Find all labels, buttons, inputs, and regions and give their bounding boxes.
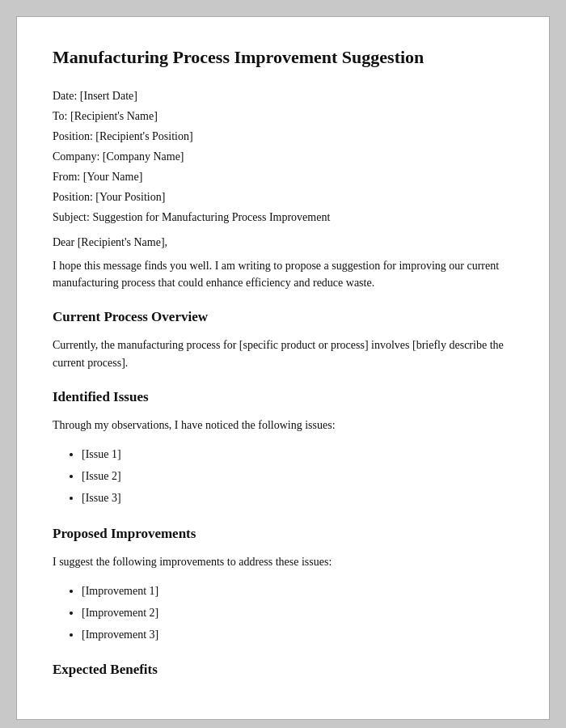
section-body-current-process: Currently, the manufacturing process for… [53,336,513,371]
identified-issues-list: [Issue 1] [Issue 2] [Issue 3] [82,444,513,509]
meta-from: From: [Your Name] [53,168,513,185]
section-heading-current-process: Current Process Overview [53,307,513,328]
section-heading-proposed-improvements: Proposed Improvements [53,523,513,544]
meta-to: To: [Recipient's Name] [53,108,513,125]
intro-paragraph: I hope this message finds you well. I am… [53,257,513,292]
meta-date: Date: [Insert Date] [53,87,513,104]
list-item: [Improvement 2] [82,603,513,623]
document-title: Manufacturing Process Improvement Sugges… [53,46,513,70]
salutation: Dear [Recipient's Name], [53,234,513,251]
meta-position-recipient: Position: [Recipient's Position] [53,128,513,145]
meta-position-your: Position: [Your Position] [53,188,513,205]
meta-company: Company: [Company Name] [53,148,513,165]
list-item: [Issue 3] [82,488,513,508]
meta-subject: Subject: Suggestion for Manufacturing Pr… [53,209,513,226]
section-heading-expected-benefits: Expected Benefits [53,659,513,680]
proposed-improvements-list: [Improvement 1] [Improvement 2] [Improve… [82,581,513,645]
list-item: [Improvement 3] [82,624,513,645]
section-body-proposed-improvements: I suggest the following improvements to … [53,553,513,571]
list-item: [Improvement 1] [82,581,513,601]
section-heading-identified-issues: Identified Issues [53,387,513,408]
list-item: [Issue 1] [82,444,513,464]
section-body-identified-issues: Through my observations, I have noticed … [53,417,513,434]
document: Manufacturing Process Improvement Sugges… [16,16,550,720]
list-item: [Issue 2] [82,466,513,486]
